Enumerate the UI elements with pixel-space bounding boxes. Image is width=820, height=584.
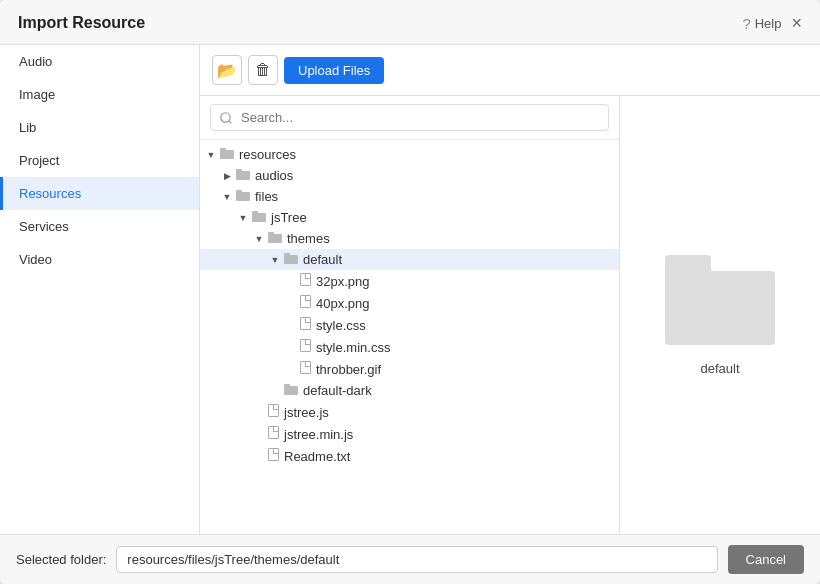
tree-node-audios[interactable]: ▶ audios — [200, 165, 619, 186]
tree-node-resources[interactable]: ▼ resources — [200, 144, 619, 165]
help-circle-icon: ? — [742, 15, 750, 32]
tree-node-themes[interactable]: ▼ themes — [200, 228, 619, 249]
tree-label-style: style.css — [316, 318, 366, 333]
tree-label-stylemin: style.min.css — [316, 340, 390, 355]
tree-node-40px[interactable]: 40px.png — [200, 292, 619, 314]
dialog-body: Audio Image Lib Project Resources Servic… — [0, 45, 820, 534]
file-icon-40px — [300, 295, 311, 311]
tree-node-defaultdark[interactable]: default-dark — [200, 380, 619, 401]
folder-icon-files — [236, 189, 250, 204]
search-input[interactable] — [210, 104, 609, 131]
upload-files-button[interactable]: Upload Files — [284, 57, 384, 84]
leaf-32px — [284, 274, 298, 288]
sidebar-item-project[interactable]: Project — [0, 144, 199, 177]
toggle-default: ▼ — [268, 253, 282, 267]
content-area: ▼ resources ▶ audios — [200, 96, 820, 534]
search-bar — [200, 96, 619, 140]
tree-label-readme: Readme.txt — [284, 449, 350, 464]
help-button[interactable]: ? Help — [742, 15, 781, 32]
dialog-footer: Selected folder: Cancel — [0, 534, 820, 584]
toggle-defaultdark — [268, 384, 282, 398]
sidebar-item-image[interactable]: Image — [0, 78, 199, 111]
tree-label-themes: themes — [287, 231, 330, 246]
toggle-audios: ▶ — [220, 169, 234, 183]
tree-label-defaultdark: default-dark — [303, 383, 372, 398]
toggle-jstree: ▼ — [236, 211, 250, 225]
preview-folder-icon — [665, 255, 775, 345]
toolbar: 📂 🗑 Upload Files — [200, 45, 820, 96]
tree-node-32px[interactable]: 32px.png — [200, 270, 619, 292]
delete-icon: 🗑 — [255, 61, 271, 79]
import-resource-dialog: Import Resource ? Help × Audio Image Lib… — [0, 0, 820, 584]
file-icon-stylemin — [300, 339, 311, 355]
tree-node-jstree-min[interactable]: jstree.min.js — [200, 423, 619, 445]
tree-node-files[interactable]: ▼ files — [200, 186, 619, 207]
selected-folder-label: Selected folder: — [16, 552, 106, 567]
delete-button[interactable]: 🗑 — [248, 55, 278, 85]
tree-label-resources: resources — [239, 147, 296, 162]
tree-node-style-min[interactable]: style.min.css — [200, 336, 619, 358]
sidebar-item-lib[interactable]: Lib — [0, 111, 199, 144]
file-icon-throbber — [300, 361, 311, 377]
folder-icon-themes — [268, 231, 282, 246]
tree-label-default: default — [303, 252, 342, 267]
tree-label-throbber: throbber.gif — [316, 362, 381, 377]
folder-icon-defaultdark — [284, 383, 298, 398]
dialog-header: Import Resource ? Help × — [0, 0, 820, 45]
dialog-title: Import Resource — [18, 14, 145, 32]
sidebar-item-audio[interactable]: Audio — [0, 45, 199, 78]
file-icon-style — [300, 317, 311, 333]
folder-icon-jstree — [252, 210, 266, 225]
new-folder-icon: 📂 — [217, 61, 237, 80]
header-right: ? Help × — [742, 14, 802, 32]
sidebar-item-services[interactable]: Services — [0, 210, 199, 243]
close-button[interactable]: × — [791, 14, 802, 32]
tree-label-jstree: jsTree — [271, 210, 307, 225]
tree-label-files: files — [255, 189, 278, 204]
sidebar: Audio Image Lib Project Resources Servic… — [0, 45, 200, 534]
file-icon-readme — [268, 448, 279, 464]
file-icon-jstree-js — [268, 404, 279, 420]
tree-label-audios: audios — [255, 168, 293, 183]
tree-node-throbber[interactable]: throbber.gif — [200, 358, 619, 380]
toggle-resources: ▼ — [204, 148, 218, 162]
tree-node-default[interactable]: ▼ default — [200, 249, 619, 270]
file-tree-panel: ▼ resources ▶ audios — [200, 96, 620, 534]
sidebar-item-video[interactable]: Video — [0, 243, 199, 276]
folder-icon-resources — [220, 147, 234, 162]
cancel-button[interactable]: Cancel — [728, 545, 804, 574]
tree-node-style-css[interactable]: style.css — [200, 314, 619, 336]
file-icon-32px — [300, 273, 311, 289]
sidebar-item-resources[interactable]: Resources — [0, 177, 199, 210]
file-tree: ▼ resources ▶ audios — [200, 140, 619, 471]
selected-path-input[interactable] — [116, 546, 717, 573]
toggle-files: ▼ — [220, 190, 234, 204]
toggle-themes: ▼ — [252, 232, 266, 246]
file-icon-jstree-min — [268, 426, 279, 442]
new-folder-button[interactable]: 📂 — [212, 55, 242, 85]
folder-icon-default — [284, 252, 298, 267]
tree-label-jstree-min: jstree.min.js — [284, 427, 353, 442]
folder-icon-audios — [236, 168, 250, 183]
tree-node-readme[interactable]: Readme.txt — [200, 445, 619, 467]
tree-label-32px: 32px.png — [316, 274, 370, 289]
preview-label: default — [700, 361, 739, 376]
preview-panel: default — [620, 96, 820, 534]
tree-label-jstree-js: jstree.js — [284, 405, 329, 420]
tree-node-jstree[interactable]: ▼ jsTree — [200, 207, 619, 228]
tree-label-40px: 40px.png — [316, 296, 370, 311]
tree-node-jstree-js[interactable]: jstree.js — [200, 401, 619, 423]
preview-folder-body — [665, 271, 775, 345]
main-content: 📂 🗑 Upload Files ▼ — [200, 45, 820, 534]
